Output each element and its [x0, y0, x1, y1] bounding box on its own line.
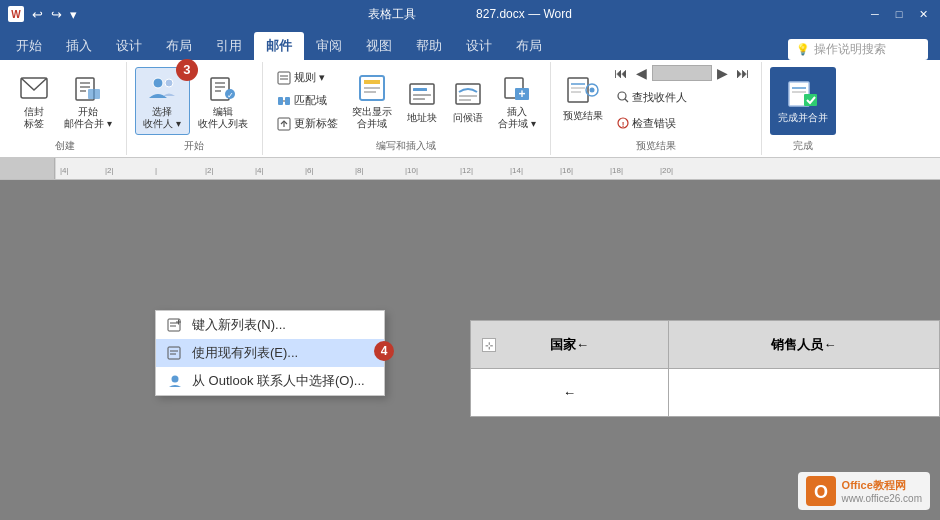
preview-icon: [567, 76, 599, 108]
merge-icon: [72, 72, 104, 104]
preview-results-button[interactable]: 预览结果: [559, 65, 607, 133]
svg-point-41: [589, 88, 594, 93]
tab-view[interactable]: 视图: [354, 32, 404, 60]
use-existing-label: 使用现有列表(E)...: [192, 344, 298, 362]
search-bar[interactable]: 💡 操作说明搜索: [788, 39, 928, 60]
tab-design[interactable]: 设计: [104, 32, 154, 60]
greeting-line-button[interactable]: 问候语: [446, 67, 490, 135]
last-record-button[interactable]: ⏭: [733, 64, 753, 82]
quick-access-toolbar: ↩ ↪ ▾: [30, 5, 79, 24]
file-title: 827.docx: [476, 7, 525, 21]
document-area: 键入新列表(N)... 使用现有列表(E)... 4 从 Outlook 联系人…: [0, 180, 940, 520]
nav-arrows: ⏮ ◀ ▶ ⏭: [611, 64, 753, 82]
address-block-button[interactable]: 地址块: [400, 67, 444, 135]
from-outlook-icon: [166, 372, 184, 390]
svg-rect-49: [804, 94, 817, 106]
finish-icon: [787, 78, 819, 110]
first-record-button[interactable]: ⏮: [611, 64, 631, 82]
tab-mail[interactable]: 邮件: [254, 32, 304, 60]
ribbon-tabs: 开始 插入 设计 布局 引用 邮件 审阅 视图 帮助 设计 布局 💡 操作说明搜…: [0, 28, 940, 60]
insert-merge-field-button[interactable]: + 插入合并域 ▾: [492, 67, 542, 135]
svg-text:|8|: |8|: [355, 166, 364, 175]
record-number-box[interactable]: [652, 65, 712, 81]
next-record-button[interactable]: ▶: [714, 64, 731, 82]
redo-icon[interactable]: ↪: [49, 5, 64, 24]
highlight-icon: [356, 72, 388, 104]
address-block-icon: [406, 78, 438, 110]
svg-text:|20|: |20|: [660, 166, 673, 175]
use-existing-item[interactable]: 使用现有列表(E)... 4: [156, 339, 384, 367]
write-insert-buttons: 规则 ▾ 匹配域 更新标签: [271, 64, 542, 137]
ribbon-group-preview: 预览结果 ⏮ ◀ ▶ ⏭ 查找收件人 ! 检查错误: [551, 62, 762, 155]
search-icon: 💡: [796, 43, 810, 56]
svg-point-7: [165, 79, 173, 87]
undo-icon[interactable]: ↩: [30, 5, 45, 24]
minimize-button[interactable]: ─: [866, 5, 884, 23]
tab-reference[interactable]: 引用: [204, 32, 254, 60]
table-cell-salesperson-header: 销售人员←: [668, 321, 939, 369]
preview-controls: ⏮ ◀ ▶ ⏭ 查找收件人 ! 检查错误: [611, 64, 753, 134]
country-header-text: 国家←: [550, 337, 589, 352]
match-fields-button[interactable]: 匹配域: [271, 90, 344, 112]
greeting-label: 问候语: [453, 112, 483, 124]
ribbon-group-create: 信封标签 开始邮件合并 ▾ 创建: [4, 62, 127, 155]
watermark: O Office教程网 www.office26.com: [798, 472, 930, 510]
maximize-button[interactable]: □: [890, 5, 908, 23]
rules-button[interactable]: 规则 ▾: [271, 67, 344, 89]
title-bar: W ↩ ↪ ▾ 表格工具 827.docx — Word ─ □ ✕: [0, 0, 940, 28]
rules-label: 规则 ▾: [294, 70, 325, 85]
use-existing-icon: [166, 344, 184, 362]
tab-insert[interactable]: 插入: [54, 32, 104, 60]
svg-text:|4|: |4|: [255, 166, 264, 175]
tab-review[interactable]: 审阅: [304, 32, 354, 60]
prev-record-button[interactable]: ◀: [633, 64, 650, 82]
check-errors-label: 检查错误: [632, 116, 676, 131]
app-logo: W: [8, 6, 24, 22]
svg-text:O: O: [814, 482, 828, 502]
highlight-merge-button[interactable]: 突出显示合并域: [346, 67, 398, 135]
tab-start[interactable]: 开始: [4, 32, 54, 60]
highlight-label: 突出显示合并域: [352, 106, 392, 130]
insert-merge-icon: +: [501, 72, 533, 104]
svg-rect-23: [364, 80, 380, 84]
check-errors-button[interactable]: ! 检查错误: [611, 112, 753, 134]
site-name: Office教程网: [842, 478, 922, 493]
find-recipient-button[interactable]: 查找收件人: [611, 86, 753, 108]
envelopes-label: 信封标签: [24, 106, 44, 130]
from-outlook-item[interactable]: 从 Outlook 联系人中选择(O)...: [156, 367, 384, 395]
customize-qat-icon[interactable]: ▾: [68, 5, 79, 24]
select-recipients-wrapper: 选择收件人 ▾ 3: [135, 67, 190, 135]
svg-text:|2|: |2|: [105, 166, 114, 175]
ribbon-group-finish: 完成并合并 完成: [762, 62, 844, 155]
finish-merge-button[interactable]: 完成并合并: [770, 67, 836, 135]
match-fields-label: 匹配域: [294, 93, 327, 108]
tab-layout[interactable]: 布局: [154, 32, 204, 60]
dropdown-menu: 键入新列表(N)... 使用现有列表(E)... 4 从 Outlook 联系人…: [155, 310, 385, 396]
ribbon: 信封标签 开始邮件合并 ▾ 创建: [0, 60, 940, 158]
tab-help[interactable]: 帮助: [404, 32, 454, 60]
find-recipient-label: 查找收件人: [632, 90, 687, 105]
title-bar-center: 表格工具 827.docx — Word: [368, 6, 572, 23]
envelopes-button[interactable]: 信封标签: [12, 67, 56, 135]
update-labels-label: 更新标签: [294, 116, 338, 131]
tab-layout2[interactable]: 布局: [504, 32, 554, 60]
start-merge-label: 开始邮件合并 ▾: [64, 106, 112, 130]
rules-match-update: 规则 ▾ 匹配域 更新标签: [271, 66, 344, 136]
create-group-label: 创建: [55, 137, 75, 153]
svg-rect-18: [285, 97, 290, 105]
svg-text:|: |: [155, 166, 157, 175]
site-url: www.office26.com: [842, 493, 922, 504]
edit-recipients-button[interactable]: ✓ 编辑收件人列表: [192, 67, 254, 135]
finish-buttons: 完成并合并: [770, 64, 836, 137]
table-move-handle[interactable]: ⊹: [482, 338, 496, 352]
title-bar-right: ─ □ ✕: [866, 5, 932, 23]
new-list-item[interactable]: 键入新列表(N)...: [156, 311, 384, 339]
update-labels-button[interactable]: 更新标签: [271, 113, 344, 135]
ribbon-group-write-insert: 规则 ▾ 匹配域 更新标签: [263, 62, 551, 155]
close-button[interactable]: ✕: [914, 5, 932, 23]
table-cell-salesperson-data: [668, 369, 939, 417]
start-merge-button[interactable]: 开始邮件合并 ▾: [58, 67, 118, 135]
tab-design2[interactable]: 设计: [454, 32, 504, 60]
svg-text:+: +: [518, 87, 525, 101]
title-separator: —: [528, 7, 543, 21]
